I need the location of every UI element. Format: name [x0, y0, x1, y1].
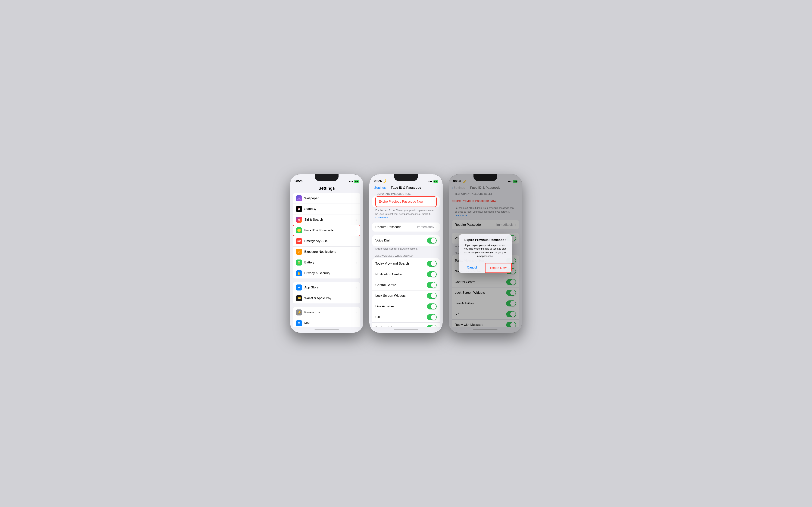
row-wallet[interactable]: 💳 Wallet & Apple Pay › — [293, 293, 360, 303]
back-chevron-icon: ‹ — [372, 186, 373, 190]
faceid-scroll[interactable]: TEMPORARY PASSCODE RESET Expire Previous… — [369, 190, 443, 327]
nav-header-2: ‹ Settings Face ID & Passcode — [369, 184, 443, 190]
battery-badge-1: 93+ — [354, 180, 359, 183]
chevron-icon: › — [356, 322, 357, 325]
row-notification-centre[interactable]: Notification Centre — [372, 269, 440, 280]
row-sos[interactable]: SOS Emergency SOS › — [293, 236, 360, 246]
nav-title-2: Face ID & Passcode — [391, 186, 421, 190]
expire-box-2: Expire Previous Passcode Now — [372, 196, 440, 207]
screen-2: 08:25 🌙 ▾▾▾ 93+ ‹ Settings Face ID & Pas… — [369, 174, 443, 333]
passwords-label: Passwords — [304, 311, 356, 314]
today-view-toggle[interactable] — [427, 261, 437, 267]
battery-label: Battery — [304, 261, 356, 264]
battery-icon: 🔋 — [296, 260, 302, 266]
siri-label-2: Siri — [375, 315, 427, 319]
row-lock-screen-widgets[interactable]: Lock Screen Widgets — [372, 290, 440, 301]
dialog-actions: Cancel Expire Now — [459, 263, 512, 273]
mail-label: Mail — [304, 321, 356, 325]
home-bar — [314, 329, 339, 330]
row-mail[interactable]: ✉ Mail › — [293, 318, 360, 327]
reply-message-toggle[interactable] — [427, 325, 437, 327]
back-button-2[interactable]: ‹ Settings — [372, 186, 386, 190]
live-activities-toggle[interactable] — [427, 303, 437, 309]
status-icons-1: ▾▾▾ 93+ — [349, 180, 359, 183]
chevron-icon: › — [356, 311, 357, 314]
chevron-icon: › — [356, 218, 357, 221]
status-icons-2: ▾▾▾ 93+ — [428, 180, 438, 183]
expire-passcode-btn[interactable]: Expire Previous Passcode Now — [375, 196, 437, 207]
row-appstore[interactable]: A App Store › — [293, 282, 360, 293]
wifi-icon: ▾▾▾ — [349, 180, 353, 183]
privacy-icon: ✋ — [296, 270, 302, 276]
exposure-label: Exposure Notifications — [304, 250, 356, 254]
live-activities-label: Live Activities — [375, 304, 427, 308]
mail-icon: ✉ — [296, 320, 302, 326]
page-title-1: Settings — [290, 184, 363, 193]
privacy-label: Privacy & Security — [304, 271, 356, 275]
row-today-view[interactable]: Today View and Search — [372, 259, 440, 269]
siri-icon: ◉ — [296, 217, 302, 223]
lock-screen-widgets-toggle[interactable] — [427, 293, 437, 299]
settings-section-apps: A App Store › 💳 Wallet & Apple Pay › — [293, 282, 360, 303]
appstore-icon: A — [296, 284, 302, 290]
reply-message-label: Reply with Message — [375, 326, 427, 327]
row-privacy[interactable]: ✋ Privacy & Security › — [293, 268, 360, 278]
row-siri[interactable]: ◉ Siri & Search › — [293, 215, 360, 225]
chevron-icon: › — [356, 286, 357, 289]
appstore-label: App Store — [304, 286, 356, 289]
dialog-content: Expire Previous Passcode? If you expire … — [459, 234, 512, 260]
row-faceid[interactable]: 🙂 Face ID & Passcode › — [293, 225, 360, 236]
control-centre-toggle[interactable] — [427, 282, 437, 288]
row-exposure[interactable]: ☀ Exposure Notifications › — [293, 246, 360, 257]
screen-3: 08:25 🌙 ▾▾▾ 93+ ‹ Settings Face ID & Pas… — [449, 174, 522, 333]
chevron-icon: › — [356, 240, 357, 243]
allow-access-section: Today View and Search Notification Centr… — [372, 259, 440, 327]
wallet-icon: 💳 — [296, 295, 302, 301]
notch-2 — [394, 174, 418, 181]
standby-icon: ⏰ — [296, 206, 302, 212]
phone-2: 08:25 🌙 ▾▾▾ 93+ ‹ Settings Face ID & Pas… — [369, 174, 443, 333]
faceid-label: Face ID & Passcode — [304, 229, 356, 232]
exposure-icon: ☀ — [296, 249, 302, 255]
voice-desc: Music Voice Control is always enabled. — [369, 247, 443, 252]
row-passwords[interactable]: 🔑 Passwords › — [293, 307, 360, 318]
row-siri-2[interactable]: Siri — [372, 312, 440, 323]
row-reply-message[interactable]: Reply with Message — [372, 323, 440, 327]
row-control-centre[interactable]: Control Centre — [372, 280, 440, 290]
sos-icon: SOS — [296, 238, 302, 244]
settings-scroll[interactable]: Settings 🖼 Wallpaper › ⏰ StandBy › ◉ Sir… — [290, 184, 363, 327]
require-label: Require Passcode — [375, 225, 417, 229]
wallpaper-icon: 🖼 — [296, 195, 302, 201]
expire-dialog: Expire Previous Passcode? If you expire … — [459, 234, 512, 273]
home-indicator-2 — [369, 327, 443, 333]
voice-section: Voice Dial — [372, 235, 440, 246]
siri-toggle-2[interactable] — [427, 314, 437, 320]
require-passcode-row[interactable]: Require Passcode Immediately › — [372, 223, 440, 231]
notification-centre-toggle[interactable] — [427, 271, 437, 277]
row-wallpaper[interactable]: 🖼 Wallpaper › — [293, 193, 360, 204]
row-live-activities[interactable]: Live Activities — [372, 301, 440, 312]
row-battery[interactable]: 🔋 Battery › — [293, 257, 360, 268]
voice-dial-toggle[interactable] — [427, 237, 437, 243]
row-voice-dial[interactable]: Voice Dial — [372, 235, 440, 246]
voice-dial-label: Voice Dial — [375, 239, 427, 242]
dialog-overlay[interactable]: Expire Previous Passcode? If you expire … — [449, 174, 522, 333]
chevron-icon: › — [356, 197, 357, 200]
standby-label: StandBy — [304, 207, 356, 211]
wallet-label: Wallet & Apple Pay — [304, 296, 356, 300]
chevron-icon: › — [356, 261, 357, 264]
back-label-2: Settings — [374, 186, 386, 190]
chevron-icon: › — [436, 225, 437, 229]
faceid-icon: 🙂 — [296, 227, 302, 233]
status-time-2: 08:25 🌙 — [374, 179, 387, 183]
row-standby[interactable]: ⏰ StandBy › — [293, 204, 360, 215]
phone-3: 08:25 🌙 ▾▾▾ 93+ ‹ Settings Face ID & Pas… — [449, 174, 522, 333]
dialog-expire-now-btn[interactable]: Expire Now — [485, 263, 512, 273]
home-indicator — [290, 327, 363, 333]
dialog-cancel-btn[interactable]: Cancel — [459, 263, 485, 273]
dialog-body: If you expire your previous passcode, yo… — [462, 243, 509, 258]
chevron-icon: › — [356, 229, 357, 232]
learn-more-link[interactable]: Learn more... — [375, 216, 390, 219]
chevron-icon: › — [356, 208, 357, 211]
phone-1: 08:25 ▾▾▾ 93+ Settings 🖼 Wallpaper › ⏰ S… — [290, 174, 363, 333]
